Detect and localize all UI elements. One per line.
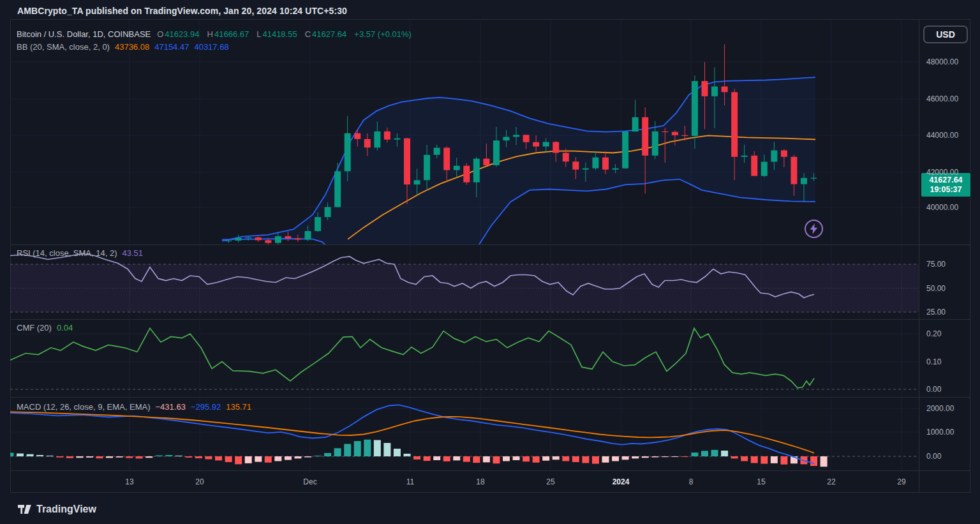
time-axis-label: Dec: [303, 477, 316, 486]
ohlc-low: L41418.55: [256, 29, 298, 39]
symbol-title[interactable]: Bitcoin / U.S. Dollar, 1D, COINBASE: [17, 29, 151, 39]
price-axis-label: 48000.00: [926, 57, 958, 66]
cmf-title[interactable]: CMF (20): [17, 323, 52, 333]
ohlc-open: O41623.94: [157, 29, 200, 39]
symbol-legend[interactable]: Bitcoin / U.S. Dollar, 1D, COINBASE O416…: [17, 29, 413, 39]
time-axis-label: 25: [546, 477, 554, 486]
macd-legend[interactable]: MACD (12, 26, close, 9, EMA, EMA) −431.6…: [17, 402, 251, 412]
time-axis-label: 11: [406, 477, 414, 486]
tradingview-brand-link[interactable]: TradingView: [18, 504, 96, 515]
cmf-axis-label: 0.10: [926, 357, 941, 366]
currency-toggle-button[interactable]: USD: [923, 26, 968, 43]
time-axis-label: 29: [897, 477, 905, 486]
time-axis-label: 15: [757, 477, 765, 486]
macd-axis-label: 0.00: [926, 452, 941, 461]
price-axis-label: 42000.00: [926, 168, 958, 177]
time-axis-label: 8: [689, 477, 694, 486]
brand-text: TradingView: [36, 504, 96, 515]
tradingview-logo: [18, 505, 32, 514]
macd-hist-value: −431.63: [156, 402, 186, 412]
macd-line-value: −295.92: [191, 402, 221, 412]
rsi-axis-label: 25.00: [926, 308, 946, 317]
cmf-legend[interactable]: CMF (20) 0.04: [17, 323, 73, 333]
time-axis-label: 22: [827, 477, 835, 486]
bb-legend[interactable]: BB (20, SMA, close, 2, 0) 43736.08 47154…: [17, 42, 229, 52]
price-axis-label: 44000.00: [926, 131, 958, 140]
cmf-axis-label: 0.20: [926, 329, 941, 338]
time-axis-label: 18: [476, 477, 484, 486]
rsi-axis-label: 75.00: [926, 260, 946, 269]
macd-signal-value: 135.71: [226, 402, 251, 412]
ohlc-change: +3.57 (+0.01%): [354, 29, 412, 39]
tradingview-snapshot: AMBCrypto_TA published on TradingView.co…: [0, 0, 980, 524]
price-axis-label: 40000.00: [926, 203, 958, 212]
macd-axis-label: 1000.00: [926, 428, 954, 437]
chart-canvas[interactable]: [0, 0, 980, 524]
macd-title[interactable]: MACD (12, 26, close, 9, EMA, EMA): [17, 402, 151, 412]
time-axis-label: 2024: [612, 477, 630, 486]
bar-countdown: 19:05:37: [930, 185, 961, 195]
rsi-legend[interactable]: RSI (14, close, SMA, 14, 2) 43.51: [17, 248, 143, 258]
time-axis-label: 20: [195, 477, 204, 486]
bb-upper-value: 47154.47: [154, 42, 189, 52]
macd-axis-label: 2000.00: [926, 404, 954, 413]
bb-lower-value: 40317.68: [194, 42, 228, 52]
rsi-value: 43.51: [122, 248, 144, 258]
lightning-bolt-icon: [809, 223, 819, 234]
bb-title[interactable]: BB (20, SMA, close, 2, 0): [17, 42, 110, 52]
time-axis-label: 13: [125, 477, 133, 486]
bb-basis-value: 43736.08: [115, 42, 149, 52]
price-axis-label: 46000.00: [926, 94, 958, 103]
ohlc-high: H41666.67: [207, 29, 251, 39]
cmf-axis-label: 0.00: [926, 385, 941, 394]
rsi-axis-label: 50.00: [926, 284, 946, 293]
rsi-title[interactable]: RSI (14, close, SMA, 14, 2): [17, 248, 117, 258]
cmf-value: 0.04: [57, 323, 73, 333]
boost-button[interactable]: [805, 220, 823, 238]
ohlc-close: C41627.64: [305, 29, 348, 39]
